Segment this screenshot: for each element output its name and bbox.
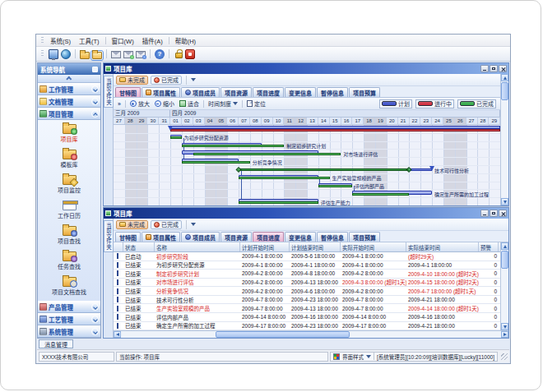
table-row[interactable]: 已结束技术可行性分析2009-4-7 8:00:002009-4-23 18:0… — [114, 296, 500, 305]
sidebar-group-product[interactable]: 产品管理 — [38, 301, 100, 313]
tab-properties[interactable]: 项目属性 — [142, 87, 180, 97]
lock-icon[interactable] — [175, 53, 183, 58]
zoom-in-button[interactable]: 放大 — [128, 99, 151, 108]
folder-open-icon[interactable] — [92, 52, 102, 59]
column-header-status[interactable]: 状态 — [123, 242, 155, 251]
tab-change-info[interactable]: 变更信息 — [285, 232, 316, 242]
tab-properties[interactable]: 项目属性 — [142, 232, 180, 242]
menu-item-plugins[interactable]: 插件(A) — [138, 36, 167, 45]
table-row[interactable]: 已结束生产实验室规模的产品2009-4-7 8:00:002009-4-13 1… — [114, 304, 500, 313]
table-vscrollbar[interactable] — [500, 242, 508, 330]
progress-bar[interactable] — [239, 201, 318, 204]
help-icon[interactable] — [155, 49, 165, 59]
progress-bar[interactable] — [182, 161, 250, 164]
chevron-down-icon[interactable] — [191, 78, 196, 81]
table-row[interactable]: 已启动初步研究阶段2009-4-1 8:00:002009-5-6 18:00:… — [114, 252, 500, 261]
progress-bar[interactable] — [352, 193, 409, 196]
table-row[interactable]: 已结束确定生产所需的加工过程2009-4-17 8:00:002009-4-23… — [114, 322, 500, 331]
actual-summary-bar[interactable] — [239, 168, 409, 171]
minimize-button[interactable] — [480, 210, 489, 217]
column-header-icon[interactable] — [114, 242, 123, 251]
toolbar-overflow-button[interactable]: » — [116, 101, 123, 107]
column-header-plan_end[interactable]: 计划结束时间 — [290, 242, 341, 251]
tab-members[interactable]: 项目成员 — [181, 87, 220, 97]
current-folder-tab[interactable]: 当前文件夹 — [104, 220, 114, 252]
tab-pause-info[interactable]: 暂停信息 — [317, 87, 348, 97]
folder-closed-icon[interactable] — [80, 52, 90, 59]
tab-members[interactable]: 项目成员 — [181, 232, 220, 242]
gantt-window-titlebar[interactable]: 项目库 — [104, 63, 508, 74]
filter-unfinished-button[interactable]: 未完成 — [116, 220, 148, 229]
fit-button[interactable]: 适合 — [178, 99, 201, 108]
column-header-actual_end[interactable]: 实际结束时间 — [406, 242, 479, 251]
current-folder-tab[interactable]: 当前文件夹 — [104, 76, 114, 108]
sidebar-item-project-monitor[interactable]: 项目监控 — [38, 173, 100, 199]
gantt-vscrollbar[interactable] — [500, 74, 508, 205]
close-button[interactable] — [499, 210, 507, 217]
chevron-down-icon[interactable] — [91, 328, 99, 335]
scroll-up-button[interactable] — [501, 74, 508, 81]
column-header-warning[interactable]: 预警 — [479, 242, 499, 251]
table-row[interactable]: 已结束制定初步研究计划2009-4-2 8:00:002009-4-8 18:0… — [114, 270, 500, 279]
chevron-down-icon[interactable] — [366, 355, 371, 358]
sidebar-group-document[interactable]: 文档管理 — [38, 95, 100, 108]
sidebar-item-task-search[interactable]: 任务查找 — [38, 250, 100, 275]
sidebar-item-project-search[interactable]: 项目查找 — [38, 224, 100, 250]
column-header-actual_start[interactable]: 实际开始时间 — [341, 242, 406, 251]
pin-icon[interactable] — [92, 67, 98, 72]
toolbar-grip[interactable] — [41, 50, 44, 58]
scroll-down-button[interactable] — [501, 323, 508, 330]
table-row[interactable]: 已结束评估内部产品2009-4-14 8:00:002009-4-16 18:0… — [114, 313, 500, 322]
mail-send-icon[interactable] — [136, 51, 146, 58]
tab-gantt[interactable]: 甘特图 — [115, 232, 141, 242]
tab-budget[interactable]: 项目预算 — [349, 87, 380, 97]
scroll-down-button[interactable] — [501, 198, 508, 205]
close-button[interactable] — [499, 65, 507, 72]
scroll-thumb[interactable] — [501, 82, 508, 100]
scroll-thumb[interactable] — [501, 251, 508, 269]
tab-gantt[interactable]: 甘特图 — [115, 87, 141, 97]
filter-unfinished-button[interactable]: 未完成 — [116, 76, 148, 85]
tab-pause-info[interactable]: 暂停信息 — [317, 232, 348, 242]
sidebar-group-system[interactable]: 系统管理 — [38, 325, 100, 338]
tab-resources[interactable]: 项目资源 — [220, 232, 252, 242]
chevron-down-icon[interactable] — [91, 316, 99, 323]
sidebar-item-work-calendar[interactable]: 工作日历 — [38, 199, 100, 224]
progress-bar[interactable] — [182, 145, 284, 147]
scroll-right-button[interactable] — [501, 331, 508, 338]
progress-bar[interactable] — [170, 136, 182, 139]
locate-button[interactable]: 定位 — [245, 99, 267, 108]
style-label[interactable]: 界面样式 — [342, 353, 364, 361]
tab-resources[interactable]: 项目资源 — [220, 87, 252, 97]
filter-finished-button[interactable]: 已完成 — [151, 76, 182, 85]
exit-icon[interactable] — [185, 49, 195, 59]
menu-item-tools[interactable]: 工具(T) — [75, 36, 104, 45]
sidebar-item-project-library[interactable]: 项目库 — [38, 122, 100, 148]
scroll-thumb[interactable] — [216, 331, 350, 338]
minimize-button[interactable] — [480, 65, 489, 72]
tab-progress[interactable]: 项目进度 — [253, 232, 284, 242]
sidebar-item-project-doc-search[interactable]: 项目文档查找 — [38, 275, 100, 301]
progress-bar[interactable] — [193, 153, 341, 155]
chevron-down-icon[interactable] — [191, 223, 196, 226]
column-header-plan_start[interactable]: 计划开始时间 — [240, 242, 290, 251]
plan-summary-bar[interactable] — [409, 168, 432, 171]
chevron-down-icon[interactable] — [91, 85, 99, 93]
chevron-down-icon[interactable] — [91, 303, 99, 311]
globe-icon[interactable] — [61, 49, 71, 59]
sidebar-item-template-library[interactable]: 模板库 — [38, 148, 100, 173]
tab-budget[interactable]: 项目预算 — [349, 232, 380, 242]
zoom-out-button[interactable]: 缩小 — [153, 99, 176, 108]
inprogress-bar[interactable] — [170, 129, 500, 132]
progress-bar[interactable] — [318, 185, 352, 187]
table-hscrollbar[interactable] — [114, 330, 508, 338]
table-row[interactable]: 已结束对市场进行评估2009-4-2 8:00:002009-4-13 18:0… — [114, 279, 500, 288]
tab-change-info[interactable]: 变更信息 — [285, 87, 316, 97]
menu-item-system[interactable]: 系统(S) — [46, 36, 75, 45]
scroll-left-button[interactable] — [114, 331, 121, 338]
column-header-name[interactable]: 名称 — [155, 242, 240, 251]
chevron-down-icon[interactable] — [91, 98, 99, 105]
menu-item-help[interactable]: 帮助(H) — [171, 36, 200, 45]
mail-open-icon[interactable] — [123, 51, 133, 58]
chevron-up-icon[interactable] — [91, 110, 99, 118]
